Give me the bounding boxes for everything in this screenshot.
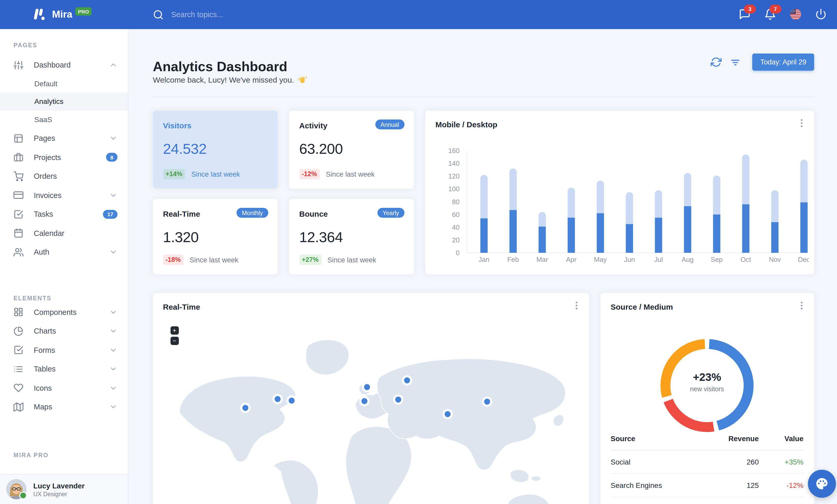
stat-footer: -12%Since last week — [299, 169, 375, 179]
svg-text:160: 160 — [448, 147, 459, 154]
svg-text:Jul: Jul — [654, 256, 663, 263]
messages-button[interactable]: 3 — [739, 8, 751, 21]
map-icon — [14, 402, 23, 412]
sliders-icon — [14, 60, 23, 70]
stat-delta-chip: +27% — [299, 255, 321, 265]
map-zoom-out-button[interactable]: − — [170, 337, 179, 345]
world-map[interactable] — [153, 316, 589, 504]
sidebar-item-calendar[interactable]: Calendar — [0, 224, 128, 243]
stat-title: Activity — [299, 121, 327, 130]
notifications-button[interactable]: 7 — [764, 8, 777, 21]
map-zoom-controls: + − — [170, 326, 179, 345]
chevron-down-icon — [109, 403, 118, 411]
sidebar-item-auth[interactable]: Auth — [0, 243, 128, 262]
sidebar-item-invoices[interactable]: Invoices — [0, 186, 128, 205]
sidebar-item-tasks[interactable]: Tasks17 — [0, 205, 128, 224]
svg-text:20: 20 — [452, 236, 459, 244]
sidebar-subitem-default[interactable]: Default — [0, 75, 128, 93]
map-zoom-in-button[interactable]: + — [170, 326, 179, 335]
map-marker[interactable] — [242, 405, 249, 411]
search-box[interactable] — [153, 9, 287, 20]
source-medium-card: Source / Medium +23% new visitors Source… — [600, 293, 814, 504]
cell-source: Search Engines — [610, 481, 696, 489]
sidebar-item-orders[interactable]: Orders — [0, 167, 128, 186]
sidebar-item-badge: 8 — [106, 153, 118, 162]
sidebar-item-label: Dashboard — [34, 61, 109, 69]
page-title: Analytics Dashboard — [153, 59, 287, 75]
brand-name: Mira — [52, 7, 72, 22]
sidebar-item-label: Tables — [34, 365, 109, 373]
sidebar-user-card[interactable]: Lucy Lavender UX Designer — [0, 474, 128, 504]
stat-period-badge[interactable]: Yearly — [377, 208, 404, 218]
sidebar-item-projects[interactable]: Projects8 — [0, 148, 128, 167]
stat-caption: Since last week — [326, 170, 375, 178]
realtime-map-title: Real-Time — [163, 302, 200, 311]
table-row[interactable]: Search Engines125-12% — [610, 474, 803, 497]
stat-card-bounce: BounceYearly12.364+27%Since last week — [289, 199, 413, 274]
stat-value: 1.320 — [163, 229, 199, 246]
map-marker[interactable] — [288, 397, 295, 404]
filter-icon[interactable] — [730, 57, 741, 68]
sidebar-subitem-analytics[interactable]: Analytics — [0, 93, 128, 110]
chevron-down-icon — [109, 327, 118, 335]
sidebar-item-dashboard[interactable]: Dashboard — [0, 56, 128, 75]
svg-text:May: May — [594, 256, 606, 263]
today-button[interactable]: Today: April 29 — [752, 54, 814, 71]
stat-title: Real-Time — [163, 209, 200, 218]
map-marker[interactable] — [363, 384, 370, 390]
chevron-down-icon — [109, 248, 118, 257]
svg-text:Jun: Jun — [624, 256, 635, 263]
stat-value: 12.364 — [299, 229, 343, 246]
stat-title: Bounce — [299, 209, 328, 218]
sidebar-item-maps[interactable]: Maps — [0, 397, 128, 416]
stat-period-badge[interactable]: Monthly — [236, 208, 268, 218]
sidebar-item-badge: 17 — [103, 210, 118, 219]
cell-source: Social — [610, 458, 696, 466]
map-marker[interactable] — [274, 396, 281, 403]
sidebar-item-charts[interactable]: Charts — [0, 322, 128, 341]
map-marker[interactable] — [444, 411, 451, 417]
sidebar-item-forms[interactable]: Forms — [0, 341, 128, 359]
stat-footer: -18%Since last week — [163, 255, 238, 265]
stat-period-badge[interactable]: Annual — [375, 119, 404, 129]
realtime-map-menu-icon[interactable] — [571, 300, 582, 311]
stat-card-activity: ActivityAnnual63.200-12%Since last week — [289, 111, 413, 189]
sidebar-item-label: Maps — [34, 403, 109, 411]
sidebar-item-pages[interactable]: Pages — [0, 129, 128, 148]
sidebar-item-components[interactable]: Components — [0, 303, 128, 322]
top-navbar: Mira PRO 3 7 — [0, 0, 837, 29]
mobile-desktop-menu-icon[interactable] — [796, 118, 806, 128]
table-row[interactable]: Direct164+46% — [610, 497, 803, 504]
sidebar-item-tables[interactable]: Tables — [0, 359, 128, 378]
svg-text:Sep: Sep — [710, 256, 723, 263]
refresh-icon[interactable] — [711, 57, 722, 68]
check-square-icon — [14, 209, 23, 219]
power-button[interactable] — [815, 8, 827, 21]
realtime-map-card: Real-Time + − — [153, 293, 589, 504]
sidebar-item-label: Tasks — [34, 210, 103, 219]
table-row[interactable]: Social260+35% — [610, 450, 803, 474]
sidebar-item-icons[interactable]: Icons — [0, 378, 128, 397]
theme-palette-fab[interactable] — [808, 470, 836, 498]
chevron-down-icon — [109, 308, 118, 316]
grid-icon — [14, 307, 23, 317]
map-marker[interactable] — [404, 377, 410, 384]
stat-value: 24.532 — [163, 141, 207, 157]
header-divider — [153, 97, 814, 97]
svg-text:140: 140 — [448, 160, 459, 167]
svg-text:Apr: Apr — [566, 256, 576, 263]
svg-text:Oct: Oct — [740, 256, 751, 263]
list-icon — [14, 364, 23, 374]
svg-text:100: 100 — [448, 185, 459, 193]
language-flag-us[interactable] — [790, 8, 802, 21]
sidebar-subitem-saas[interactable]: SaaS — [0, 110, 128, 128]
map-marker[interactable] — [483, 398, 490, 405]
svg-text:Dec: Dec — [798, 256, 809, 263]
source-medium-menu-icon[interactable] — [796, 300, 806, 311]
stat-delta-chip: -18% — [163, 255, 183, 265]
stat-card-real-time: Real-TimeMonthly1.320-18%Since last week — [153, 199, 277, 274]
map-marker[interactable] — [361, 398, 368, 405]
map-marker[interactable] — [395, 396, 401, 403]
brand[interactable]: Mira PRO — [32, 7, 92, 22]
search-input[interactable] — [170, 10, 287, 19]
